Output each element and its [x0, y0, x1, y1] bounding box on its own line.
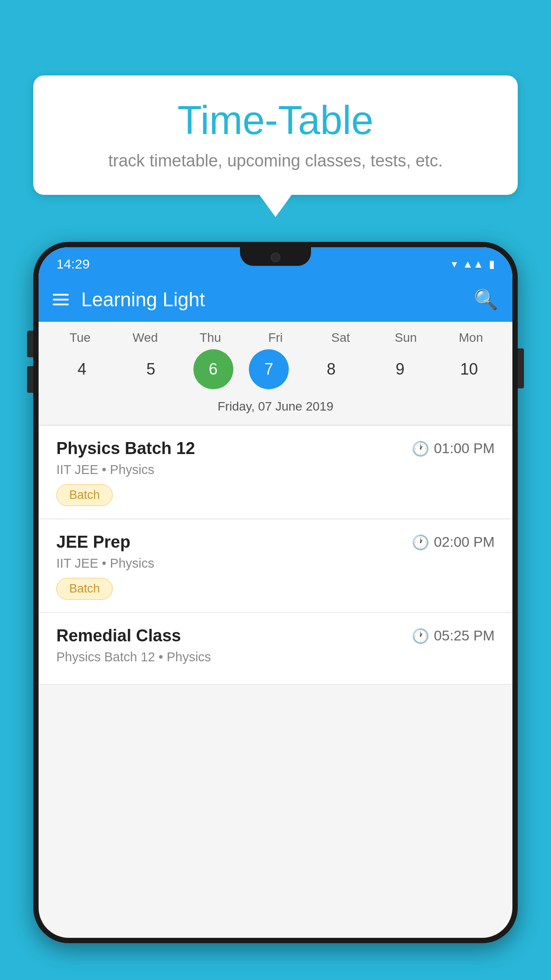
- signal-icon: ▲▲: [462, 258, 484, 270]
- schedule-meta-3: Physics Batch 12 • Physics: [56, 650, 495, 664]
- time-value-3: 05:25 PM: [434, 628, 495, 644]
- phone-screen: 14:29 ▾ ▲▲ ▮ Learning Light 🔍: [39, 247, 512, 938]
- clock-icon-3: 🕐: [412, 628, 429, 644]
- batch-badge-2: Batch: [56, 578, 113, 600]
- day-numbers: 4 5 6 7 8 9 10: [39, 349, 512, 389]
- clock-icon-1: 🕐: [412, 440, 429, 457]
- vol-button-down: [27, 366, 33, 393]
- day-8[interactable]: 8: [304, 349, 358, 389]
- day-header-fri: Fri: [249, 331, 302, 345]
- schedule-meta-2: IIT JEE • Physics: [56, 556, 495, 571]
- calendar-strip: Tue Wed Thu Fri Sat Sun Mon 4 5 6 7 8 9 …: [39, 322, 512, 425]
- day-9[interactable]: 9: [374, 349, 427, 389]
- day-header-wed: Wed: [118, 331, 172, 345]
- phone-outer: 14:29 ▾ ▲▲ ▮ Learning Light 🔍: [33, 242, 518, 943]
- day-header-sun: Sun: [379, 331, 433, 345]
- bubble-title: Time-Table: [60, 98, 491, 143]
- schedule-time-2: 🕐 02:00 PM: [412, 534, 495, 551]
- app-bar-left: Learning Light: [53, 288, 205, 311]
- schedule-item-3[interactable]: Remedial Class 🕐 05:25 PM Physics Batch …: [39, 613, 512, 685]
- schedule-title-1: Physics Batch 12: [56, 439, 195, 458]
- schedule-title-2: JEE Prep: [56, 533, 130, 552]
- notch: [240, 247, 311, 266]
- phone-mockup: 14:29 ▾ ▲▲ ▮ Learning Light 🔍: [33, 242, 518, 980]
- wifi-icon: ▾: [452, 258, 457, 270]
- schedule-item-2[interactable]: JEE Prep 🕐 02:00 PM IIT JEE • Physics Ba…: [39, 519, 512, 613]
- day-6-today[interactable]: 6: [193, 349, 233, 389]
- time-value-2: 02:00 PM: [434, 534, 495, 550]
- power-button: [518, 348, 524, 388]
- schedule-item-2-header: JEE Prep 🕐 02:00 PM: [56, 533, 495, 552]
- time-value-1: 01:00 PM: [434, 440, 495, 457]
- day-7-selected[interactable]: 7: [249, 349, 289, 389]
- day-10[interactable]: 10: [442, 349, 496, 389]
- selected-date: Friday, 07 June 2019: [39, 396, 512, 420]
- day-header-thu: Thu: [184, 331, 237, 345]
- search-button[interactable]: 🔍: [474, 288, 498, 311]
- status-time: 14:29: [56, 257, 90, 272]
- app-bar: Learning Light 🔍: [39, 277, 512, 322]
- schedule-time-3: 🕐 05:25 PM: [412, 628, 495, 644]
- batch-badge-1: Batch: [56, 484, 113, 506]
- day-header-sat: Sat: [314, 331, 367, 345]
- day-4[interactable]: 4: [55, 349, 109, 389]
- day-5[interactable]: 5: [124, 349, 177, 389]
- day-header-tue: Tue: [53, 331, 106, 345]
- speech-bubble: Time-Table track timetable, upcoming cla…: [33, 75, 518, 195]
- clock-icon-2: 🕐: [412, 534, 429, 551]
- day-header-mon: Mon: [444, 331, 497, 345]
- battery-icon: ▮: [489, 258, 495, 270]
- schedule-time-1: 🕐 01:00 PM: [412, 440, 495, 457]
- camera: [271, 253, 280, 262]
- bubble-subtitle: track timetable, upcoming classes, tests…: [60, 151, 491, 170]
- schedule-meta-1: IIT JEE • Physics: [56, 462, 495, 477]
- vol-button-up: [27, 331, 33, 357]
- app-title: Learning Light: [81, 288, 205, 311]
- schedule-list: Physics Batch 12 🕐 01:00 PM IIT JEE • Ph…: [39, 426, 512, 685]
- schedule-title-3: Remedial Class: [56, 626, 181, 645]
- menu-icon[interactable]: [53, 294, 69, 305]
- schedule-item-3-header: Remedial Class 🕐 05:25 PM: [56, 626, 495, 645]
- status-icons: ▾ ▲▲ ▮: [452, 258, 495, 270]
- schedule-item-1[interactable]: Physics Batch 12 🕐 01:00 PM IIT JEE • Ph…: [39, 426, 512, 519]
- day-headers: Tue Wed Thu Fri Sat Sun Mon: [39, 331, 512, 345]
- schedule-item-1-header: Physics Batch 12 🕐 01:00 PM: [56, 439, 495, 458]
